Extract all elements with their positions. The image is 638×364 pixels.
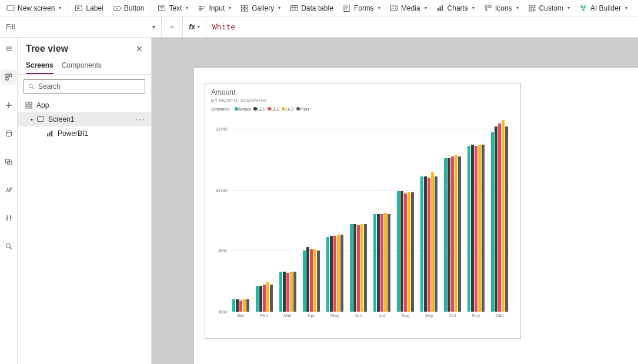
bar <box>236 299 239 312</box>
x-axis-tick: Oct <box>441 313 465 322</box>
gallery-button[interactable]: Gallery ▾ <box>236 2 285 14</box>
chevron-down-icon: ▾ <box>152 24 155 30</box>
forms-icon <box>343 4 351 12</box>
rail-search[interactable] <box>1 239 16 254</box>
bar <box>333 236 336 312</box>
media-button[interactable]: Media ▾ <box>386 2 431 14</box>
x-axis-tick: Jun <box>346 313 370 322</box>
bar <box>458 156 461 312</box>
bar <box>478 145 481 312</box>
icons-button[interactable]: Icons ▾ <box>480 2 523 14</box>
bar <box>256 286 259 312</box>
x-axis-tick: Feb <box>252 313 276 322</box>
bar <box>290 272 293 312</box>
new-screen-button[interactable]: New screen ▾ <box>2 2 65 14</box>
chevron-down-icon: ▾ <box>59 5 61 11</box>
close-icon[interactable]: ✕ <box>136 44 143 54</box>
charts-button[interactable]: Charts ▾ <box>432 2 479 14</box>
svg-rect-5 <box>242 5 245 8</box>
x-axis-tick: Jan <box>229 313 252 322</box>
svg-point-4 <box>204 6 205 7</box>
x-axis-tick: Dec <box>488 313 512 322</box>
tree-node-powerbi1[interactable]: PowerBI1 <box>18 126 151 141</box>
svg-point-12 <box>395 6 396 8</box>
tab-screens-label: Screens <box>26 61 54 69</box>
bar <box>420 176 423 312</box>
rail-insert[interactable] <box>1 98 16 113</box>
chevron-down-icon: ▾ <box>567 5 570 11</box>
label-button[interactable]: Label <box>71 2 107 14</box>
y-axis-tick: $5M <box>211 248 228 253</box>
text-button[interactable]: Text ▾ <box>153 2 192 14</box>
legend-swatch <box>235 107 238 111</box>
rail-advanced-tools[interactable] <box>1 182 16 198</box>
bar <box>397 191 400 312</box>
more-icon[interactable]: ··· <box>136 115 145 123</box>
bar <box>283 272 286 312</box>
rail-media[interactable] <box>1 154 16 169</box>
svg-rect-6 <box>245 5 248 8</box>
bar <box>357 225 360 312</box>
canvas-area[interactable]: Amount BY MONTH, SCENARIO Scenario Actua… <box>152 38 638 364</box>
data-table-button[interactable]: Data table <box>286 2 338 14</box>
y-axis-tick: $0M <box>211 309 228 315</box>
svg-point-31 <box>9 217 11 218</box>
svg-rect-7 <box>242 9 245 11</box>
insert-ribbon: New screen ▾ Label Button Text ▾ Input ▾… <box>0 0 638 16</box>
svg-rect-0 <box>7 5 14 11</box>
gallery-label: Gallery <box>252 4 274 12</box>
bar <box>337 235 340 312</box>
legend-series-label: Actual <box>238 106 251 112</box>
tree-node-screen1[interactable]: ▾ Screen1 ··· <box>18 112 151 126</box>
bar-group <box>441 116 465 312</box>
bar-group <box>488 116 512 312</box>
x-axis-tick: May <box>323 313 346 322</box>
forms-button[interactable]: Forms ▾ <box>339 2 385 14</box>
formula-input[interactable]: White <box>206 16 638 37</box>
screen-canvas[interactable]: Amount BY MONTH, SCENARIO Scenario Actua… <box>194 68 638 364</box>
fx-button[interactable]: fx ▾ <box>183 16 206 37</box>
panel-title: Tree view <box>26 44 68 54</box>
tree-node-app[interactable]: App <box>18 98 151 112</box>
rail-data[interactable] <box>1 126 16 141</box>
bar <box>259 286 262 312</box>
custom-label: Custom <box>539 4 563 12</box>
forms-label: Forms <box>354 4 374 12</box>
rail-hamburger[interactable] <box>1 41 16 56</box>
x-axis-tick: Mar <box>276 313 299 322</box>
input-button[interactable]: Input ▾ <box>193 2 235 14</box>
property-dropdown[interactable]: Fill ▾ <box>0 16 162 37</box>
bar-group <box>346 116 370 312</box>
svg-rect-8 <box>245 9 248 11</box>
bar <box>350 224 353 312</box>
ai-builder-button[interactable]: AI Builder ▾ <box>575 2 632 14</box>
bar <box>431 172 434 312</box>
chevron-down-icon[interactable]: ▾ <box>31 117 33 122</box>
equals-label: = <box>162 16 183 37</box>
chart-title: Amount <box>211 88 515 96</box>
bar <box>340 235 343 312</box>
powerbi-visual[interactable]: Amount BY MONTH, SCENARIO Scenario Actua… <box>205 83 521 339</box>
bar <box>246 299 249 312</box>
chevron-down-icon: ▾ <box>186 5 188 11</box>
svg-rect-17 <box>489 5 491 8</box>
tab-screens[interactable]: Screens <box>26 58 54 74</box>
tab-components[interactable]: Components <box>62 58 102 74</box>
text-icon <box>158 4 166 12</box>
svg-rect-35 <box>29 102 32 105</box>
x-axis-tick: Jul <box>370 313 393 322</box>
legend-series-label: LE2 <box>271 106 279 112</box>
input-label: Input <box>209 4 225 12</box>
bar-group <box>394 116 417 312</box>
bar <box>317 251 320 312</box>
svg-rect-15 <box>442 5 443 11</box>
svg-rect-40 <box>49 132 51 136</box>
button-button[interactable]: Button <box>109 2 149 14</box>
ai-builder-icon <box>579 4 587 12</box>
rail-tree-view[interactable] <box>1 69 16 85</box>
bar <box>330 236 333 312</box>
search-input[interactable]: Search <box>24 79 145 93</box>
custom-button[interactable]: Custom ▾ <box>524 2 574 14</box>
rail-settings[interactable] <box>1 211 16 226</box>
ai-builder-label: AI Builder <box>590 4 621 12</box>
